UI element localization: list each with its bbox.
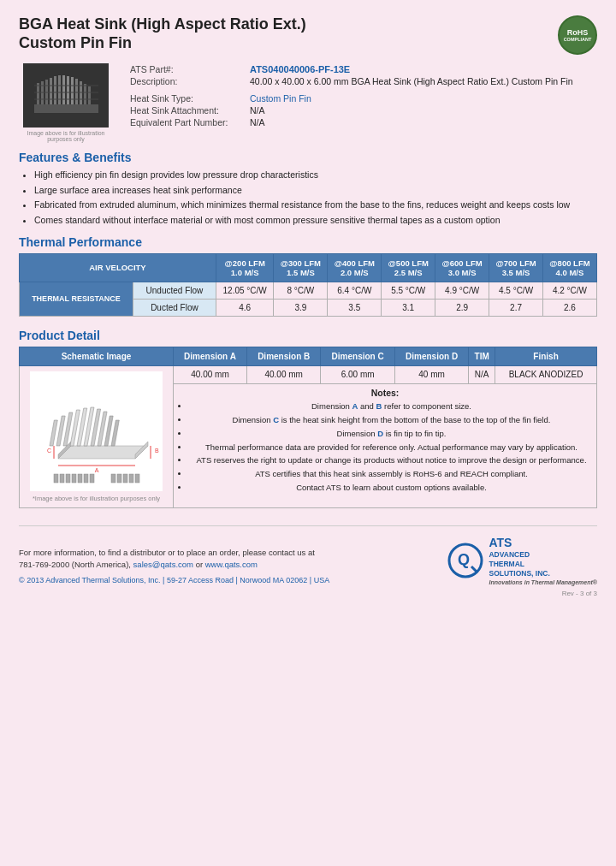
svg-rect-28 <box>104 416 113 446</box>
schematic-cell: A B C <box>20 365 174 507</box>
notes-title: Notes: <box>371 388 400 398</box>
page-title: BGA Heat Sink (High Aspect Ratio Ext.) C… <box>19 15 306 52</box>
specs-table: ATS Part#: ATS040040006-PF-13E Descripti… <box>127 63 597 142</box>
ats-acronym: ATS <box>489 535 597 550</box>
footer-contact: For more information, to find a distribu… <box>19 547 329 572</box>
notes-cell: Notes: Dimension A and B refer to compon… <box>174 384 597 508</box>
svg-rect-29 <box>111 420 119 446</box>
svg-rect-43 <box>111 474 116 483</box>
finish-value: BLACK ANODIZED <box>495 365 597 383</box>
type-value: Custom Pin Fin <box>250 93 311 104</box>
svg-text:A: A <box>94 467 98 473</box>
attachment-value: N/A <box>246 104 597 116</box>
col-700lfm: @700 LFM 3.5 M/S <box>489 253 543 282</box>
unducted-400: 6.4 °C/W <box>328 282 382 299</box>
info-section: Image above is for illustration purposes… <box>19 63 597 142</box>
svg-rect-9 <box>71 77 74 104</box>
ducted-800: 2.6 <box>542 299 596 316</box>
col-tim: TIM <box>469 347 495 365</box>
svg-text:B: B <box>155 448 159 454</box>
svg-rect-5 <box>54 76 56 104</box>
col-600lfm: @600 LFM 3.0 M/S <box>435 253 489 282</box>
ducted-label: Ducted Flow <box>133 299 216 316</box>
col-400lfm: @400 LFM 2.0 M/S <box>328 253 382 282</box>
notes-list: Dimension A and B refer to component siz… <box>176 401 594 494</box>
col-dim-d: Dimension D <box>394 347 468 365</box>
svg-rect-12 <box>84 84 86 104</box>
product-detail-title: Product Detail <box>19 329 597 342</box>
product-image-box: Image above is for illustration purposes… <box>19 63 113 142</box>
footer-copyright: © 2013 Advanced Thermal Solutions, Inc. … <box>19 575 329 587</box>
svg-rect-42 <box>90 474 94 483</box>
desc-label: Description: <box>127 75 246 87</box>
svg-rect-13 <box>88 86 91 104</box>
email-link[interactable]: sales@qats.com <box>133 560 193 569</box>
note-5: ATS reserves the right to update or chan… <box>189 455 594 466</box>
feature-item: High efficiency pin fin design provides … <box>34 169 597 181</box>
unducted-200: 12.05 °C/W <box>216 282 274 299</box>
col-dim-c: Dimension C <box>321 347 394 365</box>
ducted-600: 2.9 <box>435 299 489 316</box>
svg-rect-8 <box>67 76 69 104</box>
title-block: BGA Heat Sink (High Aspect Ratio Ext.) C… <box>19 15 306 52</box>
svg-rect-44 <box>117 474 121 483</box>
svg-rect-4 <box>50 78 52 104</box>
equiv-value: N/A <box>246 116 597 128</box>
website-link[interactable]: www.qats.com <box>205 560 258 569</box>
note-2: Dimension C is the heat sink height from… <box>189 415 594 426</box>
col-dim-a: Dimension A <box>174 347 247 365</box>
svg-text:C: C <box>47 448 51 454</box>
feature-item: Large surface area increases heat sink p… <box>34 184 597 197</box>
product-image <box>23 63 109 128</box>
svg-rect-36 <box>54 474 58 483</box>
product-detail-table: Schematic Image Dimension A Dimension B … <box>19 347 597 508</box>
features-list: High efficiency pin fin design provides … <box>19 169 597 227</box>
header: BGA Heat Sink (High Aspect Ratio Ext.) C… <box>19 15 597 55</box>
svg-rect-39 <box>72 474 76 483</box>
dim-c-value: 6.00 mm <box>321 365 394 383</box>
ducted-700: 2.7 <box>489 299 543 316</box>
svg-rect-38 <box>66 474 70 483</box>
dim-d-value: 40 mm <box>394 365 468 383</box>
dim-a-value: 40.00 mm <box>174 365 247 383</box>
svg-rect-21 <box>56 416 65 446</box>
attachment-label: Heat Sink Attachment: <box>127 104 246 116</box>
col-dim-b: Dimension B <box>246 347 320 365</box>
svg-rect-45 <box>123 474 127 483</box>
unducted-700: 4.5 °C/W <box>489 282 543 299</box>
thermal-table: AIR VELOCITY @200 LFM 1.0 M/S @300 LFM 1… <box>19 253 597 317</box>
svg-rect-37 <box>60 474 64 483</box>
col-schematic: Schematic Image <box>20 347 174 365</box>
col-500lfm: @500 LFM 2.5 M/S <box>382 253 435 282</box>
schematic-image: A B C <box>30 371 163 491</box>
svg-rect-47 <box>135 474 139 483</box>
part-label: ATS Part#: <box>127 63 246 75</box>
unducted-label: Unducted Flow <box>133 282 216 299</box>
note-4: Thermal performance data are provided fo… <box>189 442 594 454</box>
svg-rect-41 <box>84 474 88 483</box>
col-finish: Finish <box>495 347 597 365</box>
ats-logo: Q ATS ADVANCED THERMAL SOLUTIONS, INC. I… <box>447 535 597 586</box>
note-6: ATS certifies that this heat sink assemb… <box>189 469 594 480</box>
ducted-200: 4.6 <box>216 299 274 316</box>
ats-q-logo-icon: Q <box>447 543 483 578</box>
footer: For more information, to find a distribu… <box>19 525 597 586</box>
footer-left: For more information, to find a distribu… <box>19 547 329 586</box>
unducted-600: 4.9 °C/W <box>435 282 489 299</box>
ats-brand-text: ATS ADVANCED THERMAL SOLUTIONS, INC. Inn… <box>489 535 597 586</box>
thermal-resistance-label: THERMAL RESISTANCE <box>20 282 133 316</box>
col-800lfm: @800 LFM 4.0 M/S <box>542 253 596 282</box>
part-number: ATS040040006-PF-13E <box>250 64 350 74</box>
svg-rect-15 <box>34 92 98 93</box>
thermal-title: Thermal Performance <box>19 235 597 249</box>
air-velocity-header: AIR VELOCITY <box>20 253 216 282</box>
type-label: Heat Sink Type: <box>127 92 246 104</box>
unducted-800: 4.2 °C/W <box>542 282 596 299</box>
equiv-label: Equivalent Part Number: <box>127 116 246 128</box>
tim-value: N/A <box>469 365 495 383</box>
description: 40.00 x 40.00 x 6.00 mm BGA Heat Sink (H… <box>246 75 597 87</box>
note-3: Dimension D is fin tip to fin tip. <box>189 429 594 440</box>
image-caption: Image above is for illustration purposes… <box>19 130 113 142</box>
note-7: Contact ATS to learn about custom option… <box>189 483 594 494</box>
rohs-badge: RoHS COMPLIANT <box>558 15 597 55</box>
